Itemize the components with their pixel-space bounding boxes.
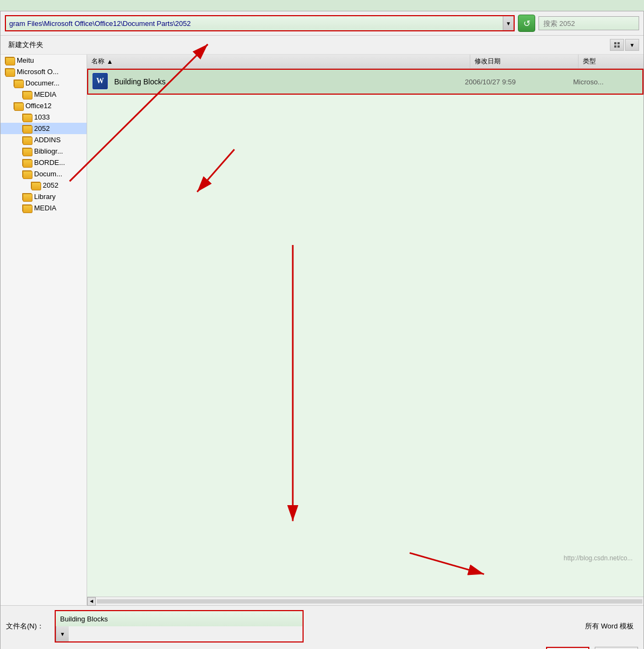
sidebar-item-label: Library [34, 193, 56, 201]
scroll-track[interactable] [97, 599, 642, 604]
col-name-label: 名称 [91, 57, 104, 66]
sidebar-item[interactable]: 1033 [1, 111, 87, 123]
sidebar-tree[interactable]: MeituMicrosoft O...Documer...MEDIAOffice… [1, 55, 87, 605]
folder-icon [22, 125, 32, 133]
sidebar-item-label: MEDIA [34, 204, 56, 212]
folder-icon [22, 114, 32, 121]
folder-icon [22, 148, 32, 155]
search-input[interactable] [538, 16, 639, 30]
sidebar-item-label: MEDIA [34, 90, 56, 98]
sidebar-item[interactable]: MEDIA [1, 89, 87, 100]
column-type[interactable]: 类型 [579, 55, 643, 68]
filename-input[interactable] [56, 611, 303, 626]
sidebar-item-label: 1033 [34, 113, 50, 121]
column-date[interactable]: 修改日期 [470, 55, 579, 68]
sidebar-item[interactable]: Meitu [1, 55, 87, 66]
address-dropdown-btn[interactable]: ▼ [503, 16, 514, 30]
refresh-button[interactable]: ↺ [518, 15, 535, 32]
refresh-icon: ↺ [523, 18, 530, 29]
bottom-bar: 文件名(N)： ▼ 所有 Word 模板 工具(L) 确定 取消 [1, 605, 643, 649]
folder-icon [22, 170, 32, 178]
word-icon-inner: W [93, 73, 108, 89]
view-dropdown-button[interactable]: ▼ [625, 39, 639, 51]
new-folder-bar: 新建文件夹 ▼ [1, 36, 643, 55]
view-dropdown-icon: ▼ [629, 42, 635, 48]
file-area: 名称 ▲ 修改日期 类型 WBuilding Blocks2006/10/27 … [87, 55, 643, 605]
confirm-button[interactable]: 确定 [546, 647, 589, 649]
grid-view-icon [614, 42, 620, 48]
new-folder-label: 新建文件夹 [8, 41, 43, 49]
sidebar-item-label: Office12 [25, 102, 51, 110]
sidebar-item[interactable]: Microsoft O... [1, 66, 87, 77]
file-date-cell: 2006/10/27 9:59 [465, 78, 573, 86]
filetype-selector: 所有 Word 模板 [309, 621, 638, 631]
folder-icon [5, 68, 15, 76]
watermark: http://blog.csdn.net/co... [564, 554, 633, 562]
col-type-label: 类型 [583, 57, 596, 65]
sidebar-item[interactable]: Documer... [1, 77, 87, 89]
file-type-cell: Microso... [573, 78, 638, 86]
folder-icon [31, 182, 41, 189]
new-folder-button[interactable]: 新建文件夹 [5, 39, 47, 51]
sidebar-item-label: Bibliogr... [34, 147, 63, 155]
cancel-button[interactable]: 取消 [595, 647, 638, 649]
sidebar-item[interactable]: MEDIA [1, 202, 87, 214]
file-list-content[interactable]: WBuilding Blocks2006/10/27 9:59Microso..… [87, 69, 643, 597]
folder-icon [22, 204, 32, 212]
sidebar-item[interactable]: Bibliogr... [1, 145, 87, 157]
table-row[interactable]: WBuilding Blocks2006/10/27 9:59Microso..… [87, 69, 643, 95]
sidebar-item-label: ADDINS [34, 136, 61, 144]
sidebar-item-label: 2052 [43, 181, 58, 189]
sidebar-item[interactable]: 2052 [1, 180, 87, 191]
dialog-window: ▼ ↺ 新建文件夹 ▼ [0, 11, 644, 649]
folder-icon [5, 57, 15, 64]
sidebar-item[interactable]: BORDE... [1, 157, 87, 168]
file-list-header: 名称 ▲ 修改日期 类型 [87, 55, 643, 69]
sidebar: MeituMicrosoft O...Documer...MEDIAOffice… [1, 55, 87, 605]
sidebar-item[interactable]: ADDINS [1, 134, 87, 145]
column-name[interactable]: 名称 ▲ [87, 55, 470, 68]
folder-icon [22, 193, 32, 201]
address-bar[interactable] [6, 16, 503, 30]
filename-label: 文件名(N)： [6, 621, 49, 631]
sidebar-item-label: Docum... [34, 170, 62, 178]
sidebar-item-label: Documer... [25, 79, 60, 87]
folder-icon [14, 80, 23, 87]
filetype-label: 所有 Word 模板 [585, 622, 634, 630]
folder-icon [14, 102, 23, 110]
address-bar-container[interactable]: ▼ [5, 15, 515, 31]
scroll-left-button[interactable]: ◀ [87, 597, 96, 606]
sidebar-item-label: 2052 [34, 124, 50, 133]
buttons-row: 工具(L) 确定 取消 [6, 647, 638, 649]
sort-icon: ▲ [107, 58, 113, 65]
folder-icon [22, 136, 32, 144]
filename-dropdown-btn[interactable]: ▼ [56, 626, 69, 641]
sidebar-item-label: BORDE... [34, 158, 65, 167]
file-icon: W [93, 73, 110, 90]
horizontal-scrollbar[interactable]: ◀ [87, 597, 643, 605]
sidebar-item[interactable]: Docum... [1, 168, 87, 180]
sidebar-item[interactable]: 2052 [1, 123, 87, 134]
sidebar-scroll-area: MeituMicrosoft O...Documer...MEDIAOffice… [1, 55, 87, 605]
sidebar-item-label: Meitu [17, 56, 34, 64]
main-content: MeituMicrosoft O...Documer...MEDIAOffice… [1, 55, 643, 605]
sidebar-item[interactable]: Library [1, 191, 87, 202]
toolbar: ▼ ↺ [1, 11, 643, 36]
filename-input-container[interactable]: ▼ [55, 610, 304, 643]
dropdown-arrow-icon: ▼ [506, 21, 511, 27]
sidebar-item[interactable]: Office12 [1, 100, 87, 111]
folder-icon [22, 159, 32, 167]
sidebar-item-label: Microsoft O... [17, 68, 58, 76]
folder-icon [22, 91, 32, 98]
filename-row: 文件名(N)： ▼ 所有 Word 模板 [6, 610, 638, 643]
col-date-label: 修改日期 [475, 57, 501, 65]
view-toggle: ▼ [610, 39, 639, 51]
file-name-cell: Building Blocks [114, 77, 465, 86]
view-details-button[interactable] [610, 39, 624, 51]
